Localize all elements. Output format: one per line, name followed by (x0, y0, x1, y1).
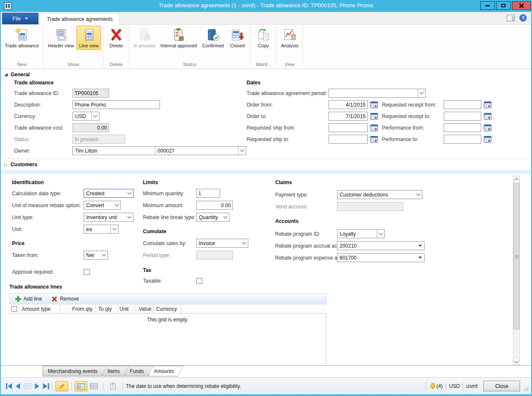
file-menu-button[interactable]: File (2, 13, 38, 24)
column-header-amount-type[interactable]: Amount type (20, 304, 60, 313)
rebate-expense-account-combo[interactable]: 601700 (337, 253, 424, 262)
requested-ship-from-field[interactable] (329, 123, 368, 132)
column-header-unit[interactable]: Unit (117, 304, 135, 313)
delete-button[interactable]: Delete (105, 26, 127, 50)
internal-approved-button[interactable]: Internal approved (158, 26, 200, 50)
taxable-checkbox[interactable] (196, 278, 202, 284)
chevron-down-icon[interactable] (100, 251, 108, 259)
order-to-field[interactable] (329, 112, 368, 121)
notifications-bell-icon[interactable] (429, 382, 436, 390)
chevron-down-icon[interactable] (113, 201, 120, 209)
calendar-icon[interactable] (370, 136, 378, 143)
chevron-down-icon[interactable] (414, 191, 422, 199)
chevron-down-icon[interactable] (110, 225, 118, 233)
chevron-down-icon[interactable] (238, 147, 246, 155)
column-header-from-qty[interactable]: From qty. (60, 304, 96, 313)
agreement-period-combo[interactable] (329, 89, 426, 98)
performance-to-field[interactable] (444, 135, 481, 144)
column-header-currency[interactable]: Currency (154, 304, 181, 313)
next-record-button[interactable] (35, 383, 39, 389)
close-window-button[interactable] (512, 1, 531, 10)
chevron-down-icon[interactable] (418, 89, 425, 97)
uom-rebate-option-combo[interactable]: Convert (84, 201, 121, 210)
help-icon[interactable]: ? (519, 14, 527, 22)
header-view-button[interactable]: Header view (45, 26, 76, 50)
line-view-button[interactable]: Line view (76, 26, 101, 50)
previous-record-button[interactable] (16, 383, 20, 389)
select-all-checkbox[interactable] (12, 306, 17, 312)
calculation-date-type-combo[interactable]: Created (84, 189, 134, 198)
document-handling-button[interactable] (107, 381, 119, 391)
grid-view-button[interactable] (87, 381, 100, 391)
requested-receipt-to-field[interactable] (444, 112, 481, 121)
vertical-scrollbar[interactable] (513, 176, 520, 365)
chevron-down-icon[interactable] (377, 230, 384, 238)
grid-records-icon[interactable] (24, 383, 31, 389)
ribbon-tab-trade-allowance-agreements[interactable]: Trade allowance agreements (40, 13, 120, 25)
last-record-button[interactable] (43, 383, 49, 389)
dropdown-arrow-icon[interactable] (416, 254, 424, 262)
calendar-icon[interactable] (370, 124, 378, 131)
chevron-down-icon[interactable] (125, 189, 133, 197)
rebate-program-id-combo[interactable]: Loyalty (337, 229, 385, 238)
resize-grip[interactable] (523, 386, 529, 391)
trade-allowance-id-field[interactable] (73, 89, 109, 98)
trade-allowance-button[interactable]: Trade allowance (2, 26, 41, 50)
order-from-field[interactable] (329, 100, 368, 109)
calendar-icon[interactable] (484, 124, 491, 131)
maximize-button[interactable] (496, 1, 511, 10)
column-header-value[interactable]: Value (135, 304, 154, 313)
close-form-button[interactable]: Close (483, 381, 520, 391)
general-section-header[interactable]: General (4, 72, 30, 78)
remove-button[interactable]: Remove (51, 296, 79, 302)
requested-receipt-from-field[interactable] (444, 100, 481, 109)
copy-button[interactable]: Copy (252, 26, 274, 50)
performance-from-field[interactable] (444, 123, 481, 132)
layout-panel-icon[interactable] (507, 14, 515, 21)
owner-combo[interactable]: Tim Litton 000027 (73, 146, 246, 155)
confirmed-button[interactable]: Confirmed (200, 26, 227, 50)
rebate-accrual-account-combo[interactable]: 200210 (337, 241, 424, 250)
chevron-down-icon[interactable] (240, 239, 248, 247)
form-view-button[interactable] (75, 381, 87, 391)
tab-merchandising-events[interactable]: Merchandising events (43, 366, 107, 376)
currency-indicator[interactable]: USD (449, 383, 460, 389)
chevron-down-icon[interactable] (125, 213, 133, 221)
edit-record-button[interactable] (55, 381, 68, 391)
chevron-down-icon[interactable] (91, 112, 99, 120)
notifications-count[interactable]: (4) (436, 383, 443, 389)
chevron-down-icon[interactable] (221, 213, 229, 221)
calendar-icon[interactable] (484, 113, 491, 120)
analysis-button[interactable]: Analysis (278, 26, 301, 50)
requested-ship-to-field[interactable] (329, 135, 368, 144)
chevron-down-icon (25, 17, 28, 20)
closed-button[interactable]: Closed (226, 26, 248, 50)
minimum-quantity-field[interactable] (196, 189, 220, 198)
unit-type-combo[interactable]: Inventory unit (84, 213, 134, 222)
first-record-button[interactable] (6, 383, 12, 389)
column-header-to-qty[interactable]: To qty (96, 304, 117, 313)
minimize-button[interactable] (480, 1, 495, 10)
tab-amounts[interactable]: Amounts (148, 366, 183, 376)
scroll-down-button[interactable] (513, 358, 520, 365)
scroll-up-button[interactable] (513, 176, 520, 183)
cumulate-sales-by-combo[interactable]: Invoice (196, 239, 248, 248)
calendar-icon[interactable] (484, 136, 491, 143)
rebate-line-break-type-combo[interactable]: Quantity (196, 213, 230, 222)
unit-combo[interactable]: ea (84, 225, 119, 234)
calendar-icon[interactable] (370, 113, 378, 120)
currency-combo[interactable]: USD (73, 112, 99, 121)
calendar-icon[interactable] (370, 101, 378, 108)
scrollbar-thumb[interactable] (513, 183, 520, 330)
calendar-icon[interactable] (484, 101, 491, 108)
minimum-amount-field[interactable] (196, 201, 233, 210)
description-field[interactable] (73, 100, 160, 109)
customers-section-header[interactable]: ▷ Customers (4, 162, 37, 168)
lines-grid-body[interactable]: This grid is empty. (9, 314, 326, 364)
approval-required-checkbox[interactable] (84, 269, 90, 275)
add-line-button[interactable]: Add line (15, 296, 42, 302)
payment-type-combo[interactable]: Customer deductions (337, 190, 422, 199)
taken-from-combo[interactable]: Net (84, 251, 108, 260)
company-indicator[interactable]: usmf (466, 383, 477, 389)
dropdown-arrow-icon[interactable] (416, 242, 424, 250)
